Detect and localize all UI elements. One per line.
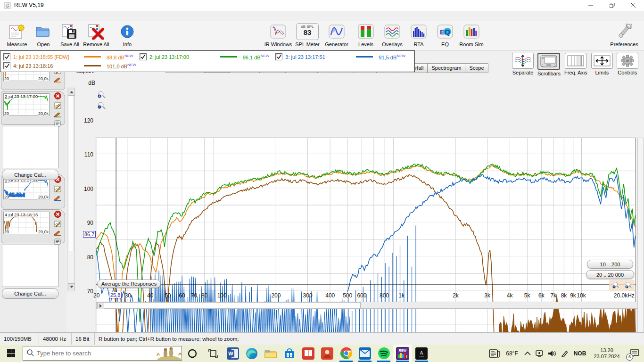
minimize-button[interactable]: [580, 0, 602, 11]
horizontal-scrollbar[interactable]: [96, 302, 638, 309]
spl-frequency-plot[interactable]: [96, 138, 636, 342]
window-title: REW V5,19: [14, 2, 44, 8]
store-taskbar-button[interactable]: [280, 345, 299, 362]
x-tick-800: 800: [380, 292, 389, 299]
people-icon: [321, 347, 333, 360]
room-sim-icon: [463, 23, 479, 41]
legend-checkbox-2[interactable]: [140, 53, 147, 60]
legend-new-badge: NEW: [127, 63, 136, 67]
range-10-200-button[interactable]: 10 .. 200: [587, 260, 633, 269]
open-button[interactable]: Open: [28, 23, 58, 47]
trace-blue-lf: [96, 250, 149, 342]
word-taskbar-button[interactable]: W: [223, 345, 242, 362]
bit-depth-status: 16 Bit: [72, 333, 95, 345]
word-icon: W: [227, 347, 239, 360]
start-button[interactable]: [0, 345, 22, 362]
windows-taskbar: WREWAaudio 68°FNOB13.2023.07.20246: [0, 345, 644, 362]
legend-value: 88,8 dBNEW: [107, 54, 133, 60]
range-20-20000-button[interactable]: 20 .. 20 000: [586, 270, 634, 279]
legend-label: 3: jul 23 13:17:51: [285, 54, 356, 60]
task-view-button[interactable]: [203, 345, 223, 362]
legend-checkbox-4[interactable]: [3, 62, 10, 69]
remove-all-button[interactable]: Remove All: [81, 23, 111, 47]
open-label: Open: [37, 41, 50, 47]
temperature-readout[interactable]: 68°F: [503, 345, 521, 362]
y-tick-100: 100: [76, 186, 93, 192]
info-button[interactable]: Info: [112, 23, 142, 47]
vertical-scrollbar[interactable]: [637, 138, 644, 342]
tray-hardware-icon[interactable]: [534, 345, 545, 362]
cortana-button[interactable]: [182, 345, 203, 362]
svg-text:audio: audio: [419, 355, 424, 358]
rta-icon: [411, 23, 427, 41]
legend-line-sample: [84, 65, 101, 66]
levels-button[interactable]: 0369Levels: [351, 23, 381, 47]
pen-icon[interactable]: [559, 345, 570, 362]
news-weather-icon[interactable]: [487, 345, 502, 362]
svg-text:REW: REW: [399, 349, 407, 352]
rew-taskbar-button[interactable]: REW: [393, 345, 412, 362]
trace-legend: 1: jul 23 13:15:55 [FDW]88,8 dBNEW2: jul…: [0, 50, 415, 72]
mail-taskbar-button[interactable]: [355, 345, 374, 362]
people-taskbar-button[interactable]: [318, 345, 337, 362]
overlays-button[interactable]: Overlays: [377, 23, 407, 47]
generator-button[interactable]: Generator: [322, 23, 352, 47]
scroll-right-arrow[interactable]: [97, 302, 104, 309]
save-all-button[interactable]: Save All: [55, 23, 85, 47]
y-tick-120: 120: [76, 117, 93, 124]
search-doodle-meerkats: [155, 346, 182, 360]
average-responses-button[interactable]: Average the Responses: [97, 280, 161, 288]
legend-label: 1: jul 23 13:15:55 [FDW]: [13, 54, 84, 60]
language-indicator[interactable]: NOB: [571, 345, 588, 362]
cursor-freq-readout: 25,8: [109, 292, 122, 298]
chrome-taskbar-button[interactable]: [337, 345, 355, 362]
preferences-button[interactable]: Preferences: [609, 23, 639, 47]
close-button[interactable]: [623, 0, 644, 11]
room-sim-button[interactable]: Room Sim: [456, 23, 487, 47]
measure-label: Measure: [7, 41, 27, 47]
measure-button[interactable]: Measure: [2, 23, 32, 47]
speaker-icon[interactable]: [546, 345, 558, 362]
room-sim-label: Room Sim: [459, 41, 483, 47]
legend-label: 2: jul 23 13:17:00: [149, 54, 220, 60]
search-input[interactable]: [34, 349, 155, 357]
taskbar-search[interactable]: [23, 346, 182, 361]
books-taskbar-button[interactable]: [299, 345, 318, 362]
y-tick-90: 90: [76, 220, 93, 226]
info-label: Info: [123, 41, 132, 47]
zoom-out-icon[interactable]: [97, 100, 107, 111]
legend-line-sample: [356, 56, 373, 58]
x-tick-1k: 1k: [398, 292, 405, 299]
file-explorer-icon: [264, 347, 277, 360]
spl-meter-label: SPL Meter: [295, 41, 320, 47]
legend-line-sample: [220, 56, 237, 58]
edge-taskbar-button[interactable]: [242, 345, 261, 362]
taskbar-clock[interactable]: 13.2023.07.2024: [589, 345, 624, 362]
x-tick-400: 400: [325, 292, 335, 299]
rta-button[interactable]: RTA: [404, 23, 434, 47]
h-scrollbar-thumb[interactable]: [104, 302, 361, 308]
eq-button[interactable]: EQEQ: [430, 23, 460, 47]
eq-icon: EQ: [437, 23, 453, 41]
y-tick-70: 70: [76, 288, 93, 295]
ir-windows-button[interactable]: IR Windows: [263, 23, 293, 47]
y-tick-80: 80: [76, 254, 93, 261]
spotify-taskbar-button[interactable]: [374, 345, 393, 362]
notification-center-button[interactable]: 6: [625, 345, 644, 362]
chevron-up-icon[interactable]: [522, 345, 533, 362]
file-explorer-taskbar-button[interactable]: [261, 345, 280, 362]
legend-label: 4: jul 23 13:18:16: [13, 63, 84, 69]
zoom-in-magnifier-icon[interactable]: [625, 281, 632, 290]
zoom-out-magnifier-icon[interactable]: [612, 281, 619, 290]
x-tick-9k: 9k: [570, 292, 576, 299]
spl-meter-button[interactable]: dB SPL83SPL Meter: [292, 23, 322, 47]
zoom-in-icon[interactable]: [97, 90, 107, 100]
legend-checkbox-3[interactable]: [275, 53, 282, 60]
restore-button[interactable]: [602, 0, 623, 11]
audacity-taskbar-button[interactable]: Aaudio: [412, 345, 431, 362]
chart-area: 120110100908070 203040506070801002003004…: [0, 50, 644, 314]
system-tray: 68°FNOB13.2023.07.20246: [487, 345, 644, 362]
chrome-icon: [340, 347, 353, 360]
x-tick-6k: 6k: [538, 292, 545, 299]
legend-checkbox-1[interactable]: [3, 53, 10, 60]
